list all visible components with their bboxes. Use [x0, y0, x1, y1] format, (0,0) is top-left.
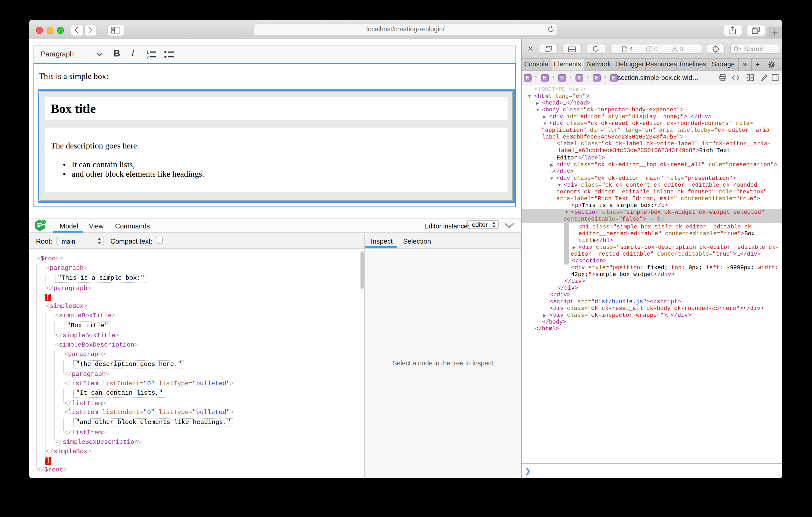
svg-text:1: 1	[146, 50, 149, 54]
svg-text:2: 2	[146, 55, 149, 59]
svg-text:5: 5	[42, 220, 45, 224]
